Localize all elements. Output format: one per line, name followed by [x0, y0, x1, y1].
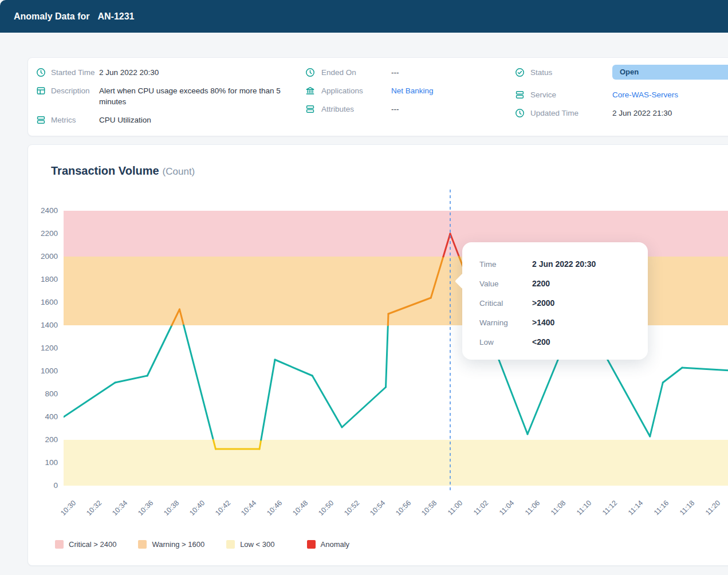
y-tick-label: 200: [33, 435, 58, 445]
tooltip-row: Low<200: [479, 332, 634, 352]
x-tick-label: 10:40: [188, 499, 206, 517]
field-value: 2 Jun 2022 21:30: [612, 108, 728, 119]
field-label: Attributes: [321, 104, 391, 115]
field-value: ---: [391, 104, 515, 115]
tooltip-row: Value2200: [479, 274, 634, 293]
stack-icon: [515, 89, 530, 100]
info-field: Started Time2 Jun 2022 20:30: [36, 67, 305, 78]
x-tick-label: 10:56: [394, 499, 412, 517]
y-tick-label: 800: [33, 389, 58, 399]
tooltip-label: Warning: [479, 318, 532, 327]
series-segment: [663, 368, 682, 383]
x-tick-label: 10:46: [265, 499, 284, 517]
x-tick-label: 10:30: [59, 499, 77, 517]
tooltip-value: >2000: [532, 298, 634, 308]
tooltip-label: Time: [479, 260, 532, 269]
series-segment: [259, 440, 261, 449]
page-title: Anomaly Data for: [14, 11, 89, 22]
info-field: ServiceCore-WAS-Servers: [515, 89, 728, 100]
legend-swatch: [226, 540, 235, 549]
y-tick-label: 400: [33, 412, 58, 422]
x-tick-label: 11:08: [549, 499, 567, 517]
field-label: Applications: [321, 85, 391, 96]
series-segment: [386, 325, 388, 387]
clock-icon: [305, 67, 321, 77]
tooltip-label: Low: [479, 338, 532, 346]
table-icon: [36, 85, 51, 96]
field-label: Updated Time: [530, 108, 612, 119]
tooltip-label: Value: [479, 279, 532, 288]
y-tick-label: 1800: [33, 274, 58, 285]
x-tick-label: 10:50: [317, 499, 335, 517]
legend-label: Warning > 1600: [152, 540, 204, 549]
field-value: Alert when CPU usage exceeds 80% for mor…: [99, 85, 297, 107]
x-tick-label: 11:00: [446, 499, 464, 517]
info-field: Attributes---: [305, 104, 515, 115]
field-label: Started Time: [51, 67, 99, 78]
legend-item: Warning > 1600: [138, 540, 204, 549]
tooltip-row: Time2 Jun 2022 20:30: [479, 254, 634, 274]
series-segment: [650, 383, 663, 436]
info-field: Updated Time2 Jun 2022 21:30: [515, 108, 728, 119]
x-tick-label: 11:18: [678, 499, 696, 517]
tooltip-row: Critical>2000: [479, 293, 634, 313]
x-tick-label: 11:16: [652, 499, 670, 517]
y-tick-label: 1200: [33, 343, 58, 353]
series-segment: [180, 309, 184, 325]
chart-tooltip: Time2 Jun 2022 20:30Value2200Critical>20…: [462, 242, 648, 360]
bank-icon: [305, 85, 321, 96]
info-column-2: Ended On---ApplicationsNet BankingAttrib…: [305, 67, 515, 133]
info-field: Ended On---: [305, 67, 515, 78]
status-badge: Open: [612, 65, 728, 80]
chart-subtitle: (Count): [163, 166, 195, 177]
x-tick-label: 11:14: [627, 499, 644, 517]
series-segment: [431, 257, 443, 298]
chart-title: Transaction Volume: [51, 164, 159, 177]
x-tick-label: 10:44: [239, 499, 258, 517]
tooltip-row: Warning>1400: [479, 313, 634, 332]
series-segment: [312, 376, 342, 427]
x-tick-label: 10:34: [111, 499, 129, 517]
legend-item: Critical > 2400: [55, 540, 116, 549]
x-tick-label: 10:48: [291, 499, 309, 517]
legend-label: Low < 300: [240, 540, 274, 549]
field-label: Description: [51, 85, 99, 96]
series-segment: [682, 368, 728, 371]
x-tick-label: 11:06: [524, 499, 541, 517]
check-circle-icon: [515, 67, 530, 77]
stack-icon: [36, 115, 51, 125]
y-tick-label: 2400: [33, 206, 58, 216]
x-tick-label: 10:52: [343, 499, 361, 517]
x-tick-label: 10:54: [368, 499, 387, 517]
y-tick-label: 1000: [33, 366, 58, 376]
x-tick-label: 10:32: [85, 499, 103, 517]
legend-item: Low < 300: [226, 540, 274, 549]
field-value: 2 Jun 2022 20:30: [99, 67, 297, 78]
anomaly-details-panel: Started Time2 Jun 2022 20:30DescriptionA…: [27, 57, 728, 136]
anomaly-id: AN-1231: [97, 11, 134, 22]
tooltip-rows: Time2 Jun 2022 20:30Value2200Critical>20…: [479, 254, 634, 352]
legend-swatch: [55, 540, 64, 549]
field-value: CPU Utilization: [99, 115, 297, 125]
x-tick-label: 10:58: [420, 499, 438, 517]
window-title-bar: Anomaly Data for AN-1231: [0, 0, 728, 33]
legend-label: Anomaly: [321, 540, 350, 549]
clock-icon: [36, 67, 51, 77]
series-segment: [64, 383, 115, 417]
tooltip-value: 2 Jun 2022 20:30: [532, 259, 634, 269]
y-tick-label: 100: [33, 458, 58, 468]
x-tick-label: 11:12: [601, 499, 619, 517]
y-tick-label: 2200: [33, 229, 58, 239]
stack-icon: [305, 104, 321, 114]
x-tick-label: 10:36: [136, 499, 155, 517]
field-value-link[interactable]: Core-WAS-Servers: [612, 89, 728, 100]
clock-icon: [515, 108, 530, 118]
tooltip-value: <200: [532, 337, 634, 346]
series-segment: [388, 314, 388, 325]
series-segment: [147, 325, 172, 376]
series-segment: [443, 234, 450, 257]
x-tick-label: 10:42: [214, 499, 232, 517]
series-segment: [172, 309, 180, 325]
y-tick-label: 1600: [33, 297, 58, 308]
field-value-link[interactable]: Net Banking: [391, 85, 515, 96]
